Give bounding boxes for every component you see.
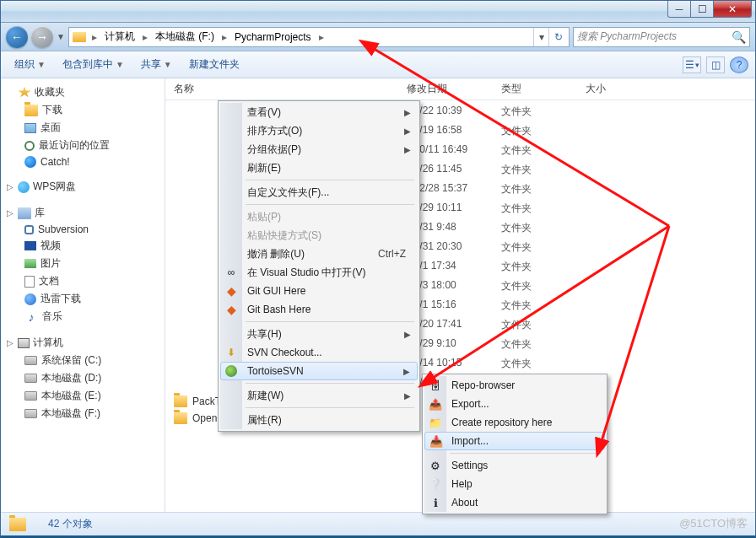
share-button[interactable]: 共享▼ xyxy=(134,54,179,75)
sidebar-item[interactable]: 最近访问的位置 xyxy=(6,137,165,154)
menu-item-label: SVN Checkout... xyxy=(247,347,322,358)
sidebar-item[interactable]: 桌面 xyxy=(6,119,165,137)
search-input[interactable]: 搜索 PycharmProjects 🔍 xyxy=(573,27,750,47)
search-placeholder: 搜索 PycharmProjects xyxy=(577,30,677,44)
preview-pane-button[interactable]: ◫ xyxy=(706,56,725,73)
sidebar-item[interactable]: 本地磁盘 (E:) xyxy=(6,387,165,405)
col-type[interactable]: 类型 xyxy=(501,82,586,96)
expand-icon[interactable]: ▷ xyxy=(6,208,14,218)
menu-item[interactable]: ⬇SVN Checkout... xyxy=(220,343,418,362)
menu-item-label: Export... xyxy=(451,398,489,410)
include-in-library-button[interactable]: 包含到库中▼ xyxy=(56,54,131,75)
drive-icon xyxy=(24,356,37,365)
menu-item[interactable]: ❔Help xyxy=(424,475,605,493)
sidebar-item[interactable]: 文档 xyxy=(6,272,165,290)
menu-item[interactable]: 🗄Repo-browser xyxy=(424,376,605,395)
forward-button[interactable]: → xyxy=(31,26,53,48)
statusbar: 42 个对象 xyxy=(1,512,755,535)
library-icon xyxy=(18,207,31,219)
wps-icon xyxy=(18,181,30,193)
sidebar-item[interactable]: Catch! xyxy=(6,154,165,169)
refresh-button[interactable]: ↻ xyxy=(548,28,567,46)
menu-item[interactable]: 排序方式(O)▶ xyxy=(220,121,418,140)
sidebar-item-label: 图片 xyxy=(40,256,61,271)
menu-item[interactable]: 新建(W)▶ xyxy=(220,386,418,405)
file-type: 文件夹 xyxy=(501,105,586,119)
context-menu: 查看(V)▶排序方式(O)▶分组依据(P)▶刷新(E)自定义文件夹(F)...粘… xyxy=(218,100,420,432)
menu-item-label: Create repository here xyxy=(451,417,552,428)
view-mode-button[interactable]: ☰▾ xyxy=(683,56,701,73)
git-icon: ◆ xyxy=(224,303,238,316)
menu-item[interactable]: 共享(H)▶ xyxy=(220,325,418,343)
menu-item[interactable]: ◆Git GUI Here xyxy=(220,282,418,300)
file-type: 文件夹 xyxy=(501,163,586,177)
sidebar-item[interactable]: 视频 xyxy=(6,237,165,255)
sidebar-item[interactable]: Subversion xyxy=(6,222,165,237)
folder-icon xyxy=(9,518,26,531)
menu-item-label: TortoiseSVN xyxy=(247,365,304,377)
menu-item[interactable]: 📤Export... xyxy=(424,395,605,413)
col-size[interactable]: 大小 xyxy=(586,82,636,96)
menu-item[interactable]: ⚙Settings xyxy=(424,456,605,475)
column-headers: 名称 修改日期 类型 大小 xyxy=(165,78,755,100)
file-type: 文件夹 xyxy=(501,202,586,216)
folder-icon xyxy=(174,395,187,407)
sidebar-item[interactable]: 本地磁盘 (F:) xyxy=(6,405,165,422)
file-type: 文件夹 xyxy=(501,240,586,255)
menu-item-label: 属性(R) xyxy=(247,413,282,428)
path-dropdown[interactable]: ▾ xyxy=(533,28,548,46)
menu-item[interactable]: 📥Import... xyxy=(424,432,605,450)
menu-item[interactable]: TortoiseSVN▶ xyxy=(220,362,418,380)
sidebar-item[interactable]: 图片 xyxy=(6,255,165,272)
minimize-button[interactable]: ─ xyxy=(667,1,691,18)
close-button[interactable]: ✕ xyxy=(713,1,752,18)
sidebar-item[interactable]: 系统保留 (C:) xyxy=(6,352,165,369)
libraries-label[interactable]: 库 xyxy=(35,206,45,220)
file-type: 文件夹 xyxy=(501,318,586,332)
folder-icon xyxy=(73,32,86,42)
organize-button[interactable]: 组织▼ xyxy=(8,54,52,75)
sidebar-item[interactable]: 迅雷下载 xyxy=(6,290,165,308)
crumb-folder[interactable]: PycharmProjects xyxy=(230,28,316,46)
expand-icon[interactable]: ▷ xyxy=(6,338,14,347)
new-folder-button[interactable]: 新建文件夹 xyxy=(182,54,246,75)
menu-item[interactable]: 刷新(E) xyxy=(220,159,418,177)
sidebar-item[interactable]: ♪音乐 xyxy=(6,308,165,325)
menu-item[interactable]: ℹAbout xyxy=(424,493,605,512)
vs-icon: ∞ xyxy=(224,266,238,279)
git-icon: ◆ xyxy=(224,284,238,298)
menu-item[interactable]: 属性(R) xyxy=(220,411,418,429)
watermark: @51CTO博客 xyxy=(679,516,748,531)
back-button[interactable]: ← xyxy=(6,26,28,48)
menu-item-label: Help xyxy=(451,478,472,490)
sidebar-item[interactable]: 下载 xyxy=(6,101,165,119)
menu-item[interactable]: 📁Create repository here xyxy=(424,413,605,432)
folder-icon xyxy=(24,105,38,116)
chevron-right-icon[interactable]: ▸ xyxy=(316,31,327,43)
chevron-right-icon[interactable]: ▸ xyxy=(219,31,230,43)
menu-item[interactable]: 分组依据(P)▶ xyxy=(220,140,418,159)
col-name[interactable]: 名称 xyxy=(174,82,400,96)
menu-item[interactable]: ∞在 Visual Studio 中打开(V) xyxy=(220,263,418,282)
expand-icon[interactable]: ▷ xyxy=(6,182,14,191)
menu-item[interactable]: ◆Git Bash Here xyxy=(220,300,418,319)
help-icon: ❔ xyxy=(429,477,442,491)
doc-icon xyxy=(24,276,35,288)
crumb-drive[interactable]: 本地磁盘 (F:) xyxy=(150,28,219,46)
chevron-right-icon[interactable]: ▸ xyxy=(140,31,150,43)
submenu-arrow-icon: ▶ xyxy=(404,330,411,339)
menu-item[interactable]: 查看(V)▶ xyxy=(220,103,418,121)
sidebar-item[interactable]: 本地磁盘 (D:) xyxy=(6,369,165,387)
chevron-right-icon[interactable]: ▸ xyxy=(89,31,100,43)
col-date[interactable]: 修改日期 xyxy=(400,82,501,96)
crumb-computer[interactable]: 计算机 xyxy=(100,28,140,46)
maximize-button[interactable]: ☐ xyxy=(690,1,714,18)
help-button[interactable]: ? xyxy=(730,56,748,73)
wps-label[interactable]: WPS网盘 xyxy=(33,180,76,194)
computer-label[interactable]: 计算机 xyxy=(33,336,63,350)
history-dropdown[interactable]: ▼ xyxy=(57,32,65,41)
menu-item[interactable]: 撤消 删除(U)Ctrl+Z xyxy=(220,245,418,263)
catch-icon xyxy=(24,156,36,168)
favorites-label[interactable]: 收藏夹 xyxy=(35,85,65,100)
menu-item[interactable]: 自定义文件夹(F)... xyxy=(220,183,418,202)
